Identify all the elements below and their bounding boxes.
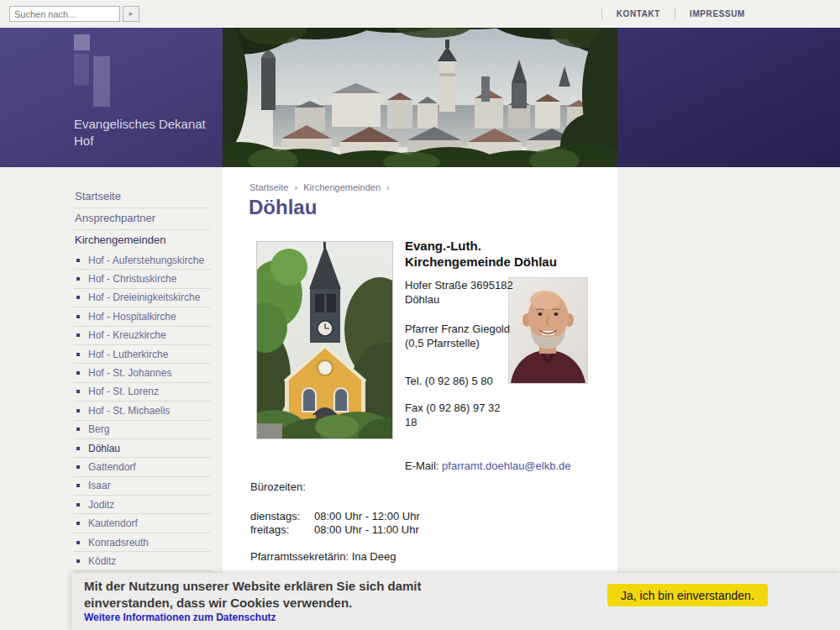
- sidebar-item-label: Isaar: [88, 480, 111, 491]
- sidebar-item-hof-christuskirche[interactable]: Hof - Christuskirche: [74, 270, 211, 288]
- bullet-icon: [76, 409, 80, 412]
- logo-block: [93, 56, 110, 107]
- email-label: E-Mail:: [405, 459, 438, 472]
- sidebar-item-label: Hof - Auferstehungskirche: [88, 255, 204, 266]
- sidebar-item-label: Hof - Hospitalkirche: [88, 311, 176, 323]
- parish-address: Hofer Straße 3695182 Döhlau: [405, 278, 516, 307]
- sidebar-item-label: Hof - Lutherkirche: [88, 349, 168, 360]
- search-input[interactable]: [9, 6, 120, 22]
- topbar-links: KONTAKT IMPRESSUM: [601, 0, 759, 28]
- sidebar-item-label: Konradsreuth: [88, 537, 149, 549]
- bullet-icon: [76, 559, 80, 563]
- sidebar-item-doehlau[interactable]: Döhlau: [74, 439, 211, 458]
- parish-info: Evang.-Luth. Kirchengemeinde Döhlau Hofe…: [405, 238, 606, 473]
- office-hours-title: Bürozeiten:: [250, 480, 420, 494]
- datenschutz-link[interactable]: Weitere Informationen zum Datenschutz: [84, 612, 276, 623]
- sidebar-item-label: Köditz: [88, 555, 116, 567]
- bullet-icon: [76, 296, 80, 299]
- bullet-icon: [76, 390, 80, 393]
- header-city-photo: [223, 28, 617, 167]
- sidebar-nav: Startseite Ansprechpartner Kirchengemein…: [74, 186, 211, 590]
- site-logo-icon[interactable]: [74, 34, 124, 110]
- sidebar-item-hof-dreieinigkeitskirche[interactable]: Hof - Dreieinigkeitskirche: [74, 289, 211, 307]
- bullet-icon: [76, 503, 80, 507]
- kontakt-link[interactable]: KONTAKT: [601, 8, 675, 20]
- bullet-icon: [76, 277, 80, 281]
- breadcrumb: Startseite › Kirchengemeinden ›: [249, 182, 393, 192]
- cookie-accept-button[interactable]: Ja, ich bin einverstanden.: [607, 584, 768, 606]
- sidebar-item-hof-kreuzkirche[interactable]: Hof - Kreuzkirche: [74, 327, 211, 345]
- sidebar-item-label: Joditz: [88, 499, 114, 511]
- header: Evangelisches Dekanat Hof: [0, 28, 840, 167]
- bullet-icon: [76, 259, 80, 262]
- sidebar-item-hof-st-johannes[interactable]: Hof - St. Johannes: [74, 364, 211, 382]
- sidebar-item-berg[interactable]: Berg: [74, 421, 211, 439]
- office-hours-row: dienstags: 08:00 Uhr - 12:00 Uhr: [250, 510, 420, 523]
- sidebar-item-gattendorf[interactable]: Gattendorf: [74, 458, 211, 476]
- sidebar-item-label: Hof - St. Johannes: [88, 367, 171, 379]
- breadcrumb-startseite[interactable]: Startseite: [249, 182, 288, 192]
- sidebar-item-koeditz[interactable]: Köditz: [74, 552, 211, 570]
- sidebar-item-startseite[interactable]: Startseite: [74, 186, 211, 208]
- sidebar-item-hof-st-michaelis[interactable]: Hof - St. Michaelis: [74, 402, 211, 420]
- search-submit-button[interactable]: ▸: [123, 6, 139, 22]
- bullet-icon: [76, 371, 80, 375]
- sidebar-item-label: Döhlau: [88, 443, 120, 454]
- sidebar-item-label: Berg: [88, 423, 109, 435]
- bullet-icon: [76, 447, 80, 450]
- church-photo-image: [256, 241, 393, 439]
- bullet-icon: [76, 428, 80, 431]
- sidebar-item-hof-hospitalkirche[interactable]: Hof - Hospitalkirche: [74, 307, 211, 326]
- page-title: Döhlau: [249, 196, 317, 219]
- breadcrumb-separator-icon: ›: [295, 182, 298, 192]
- sidebar-item-hof-auferstehungskirche[interactable]: Hof - Auferstehungskirche: [74, 251, 211, 270]
- sidebar-item-label: Hof - Kreuzkirche: [88, 329, 166, 341]
- fax-number: Fax (0 92 86) 97 32 18: [405, 401, 511, 429]
- email-line: E-Mail: pfarramt.doehlau@elkb.de: [405, 459, 602, 473]
- pastor-name: Pfarrer Franz Giegold (0,5 Pfarrstelle): [405, 322, 521, 350]
- bullet-icon: [76, 541, 80, 544]
- topbar: ▸ KONTAKT IMPRESSUM: [0, 0, 840, 28]
- sidebar-item-kirchengemeinden[interactable]: Kirchengemeinden: [74, 230, 211, 251]
- impressum-link[interactable]: IMPRESSUM: [675, 8, 759, 20]
- bullet-icon: [76, 522, 80, 525]
- search-form: ▸: [9, 6, 139, 22]
- sidebar-item-ansprechpartner[interactable]: Ansprechpartner: [74, 208, 211, 230]
- bullet-icon: [76, 465, 80, 469]
- sidebar-item-label: Kautendorf: [88, 517, 138, 529]
- search-submit-icon: ▸: [129, 9, 134, 18]
- sidebar-item-hof-lutherkirche[interactable]: Hof - Lutherkirche: [74, 345, 211, 364]
- office-day: freitags:: [250, 523, 314, 537]
- sidebar-item-label: Hof - Christuskirche: [88, 273, 176, 285]
- sidebar-item-joditz[interactable]: Joditz: [74, 496, 211, 514]
- parish-heading: Evang.-Luth. Kirchengemeinde Döhlau: [405, 238, 558, 270]
- sidebar-item-label: Gattendorf: [88, 461, 136, 473]
- breadcrumb-kirchengemeinden[interactable]: Kirchengemeinden: [303, 182, 381, 192]
- sidebar-item-kautendorf[interactable]: Kautendorf: [74, 514, 211, 533]
- cookie-banner: Mit der Nutzung unserer Website erklären…: [71, 573, 840, 630]
- office-time: 08:00 Uhr - 12:00 Uhr: [314, 510, 420, 523]
- bullet-icon: [76, 333, 80, 337]
- sidebar-item-konradsreuth[interactable]: Konradsreuth: [74, 533, 211, 552]
- cookie-message: Mit der Nutzung unserer Website erklären…: [84, 578, 508, 612]
- office-day: dienstags:: [250, 510, 314, 523]
- site-title[interactable]: Evangelisches Dekanat Hof: [74, 116, 217, 149]
- office-hours-row: freitags: 08:00 Uhr - 11:00 Uhr: [250, 523, 420, 537]
- office-hours-section: Bürozeiten: dienstags: 08:00 Uhr - 12:00…: [250, 480, 420, 564]
- bullet-icon: [76, 353, 80, 356]
- sidebar-item-label: Hof - St. Lorenz: [88, 386, 159, 397]
- sidebar-item-isaar[interactable]: Isaar: [74, 477, 211, 496]
- sidebar-item-hof-st-lorenz[interactable]: Hof - St. Lorenz: [74, 383, 211, 402]
- sidebar-item-label: Hof - Dreieinigkeitskirche: [88, 291, 200, 303]
- logo-block: [74, 54, 89, 86]
- bullet-icon: [76, 315, 80, 318]
- secretary-line: Pfarramtssekretärin: Ina Deeg: [250, 550, 420, 564]
- email-link[interactable]: pfarramt.doehlau@elkb.de: [442, 459, 570, 472]
- office-time: 08:00 Uhr - 11:00 Uhr: [314, 523, 419, 537]
- logo-block: [74, 34, 90, 50]
- main-content: Startseite › Kirchengemeinden › Döhlau: [223, 167, 617, 630]
- bullet-icon: [76, 484, 80, 487]
- phone-number: Tel. (0 92 86) 5 80: [405, 374, 522, 388]
- breadcrumb-separator-icon: ›: [386, 182, 390, 192]
- sidebar-item-label: Hof - St. Michaelis: [88, 405, 170, 417]
